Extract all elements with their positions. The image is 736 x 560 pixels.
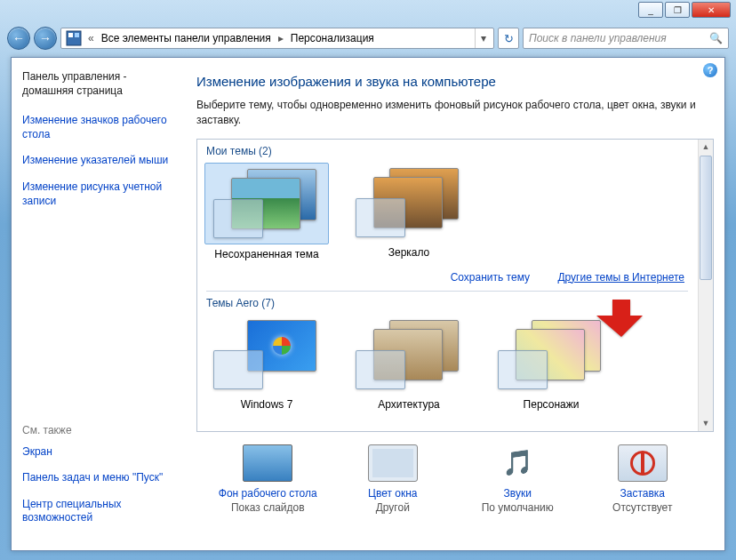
minimize-button[interactable]: _ <box>638 2 663 18</box>
theme-actions: Сохранить тему Другие темы в Интернете <box>197 268 697 291</box>
main-panel: ? Изменение изображения и звука на компь… <box>188 58 724 550</box>
page-title: Изменение изображения и звука на компьют… <box>196 74 714 89</box>
sidebar-link-mouse-pointers[interactable]: Изменение указателей мыши <box>22 154 177 168</box>
sidebar-see-also-label: См. также <box>22 424 177 436</box>
breadcrumb-prefix: « <box>84 32 98 44</box>
window-color-swatch <box>498 350 548 389</box>
page-desc: Выберите тему, чтобы одновременно измени… <box>196 98 714 128</box>
breadcrumb[interactable]: « Все элементы панели управления ▸ Персо… <box>60 28 494 49</box>
svg-rect-1 <box>68 33 73 37</box>
titlebar: _ ❐ ✕ <box>0 0 736 23</box>
sidebar-link-taskbar[interactable]: Панель задач и меню "Пуск" <box>22 471 177 485</box>
search-icon: 🔍 <box>709 32 723 44</box>
scroll-down-icon[interactable]: ▼ <box>699 416 713 431</box>
annotation-arrow-icon <box>596 296 646 342</box>
screensaver-button[interactable]: Заставка Отсутствует <box>580 444 705 514</box>
theme-windows7[interactable]: Windows 7 <box>204 315 329 411</box>
bottom-sub: Отсутствует <box>580 501 705 514</box>
window-color-swatch <box>356 350 405 389</box>
window-color-swatch <box>213 350 263 389</box>
breadcrumb-dropdown-icon[interactable]: ▾ <box>475 28 492 48</box>
maximize-button[interactable]: ❐ <box>665 2 690 18</box>
sounds-button[interactable]: 🎵 Звуки По умолчанию <box>455 444 580 514</box>
theme-characters[interactable]: Персонажи <box>489 315 613 411</box>
sidebar-link-account-picture[interactable]: Изменение рисунка учетной записи <box>22 180 177 208</box>
breadcrumb-all-items[interactable]: Все элементы панели управления <box>98 32 275 44</box>
control-panel-icon <box>66 30 82 46</box>
themes-listbox: Мои темы (2) Несохраненная тема <box>196 139 714 432</box>
wallpaper-icon <box>243 444 292 482</box>
bottom-title: Звуки <box>455 487 580 500</box>
theme-architecture[interactable]: Архитектура <box>347 315 471 411</box>
back-button[interactable]: ← <box>7 27 30 50</box>
sidebar: Панель управления - домашняя страница Из… <box>12 58 188 550</box>
window-color-swatch <box>213 199 263 238</box>
content-frame: Панель управления - домашняя страница Из… <box>11 57 725 551</box>
theme-label: Несохраненная тема <box>204 248 329 260</box>
sidebar-link-desktop-icons[interactable]: Изменение значков рабочего стола <box>22 114 177 141</box>
sidebar-home-link[interactable]: Панель управления - домашняя страница <box>22 70 177 98</box>
sidebar-link-ease-of-access[interactable]: Центр специальных возможностей <box>22 498 177 525</box>
window-color-button[interactable]: Цвет окна Другой <box>331 444 455 514</box>
close-button[interactable]: ✕ <box>692 2 731 18</box>
more-themes-link[interactable]: Другие темы в Интернете <box>557 271 684 284</box>
scroll-thumb[interactable] <box>700 156 712 280</box>
breadcrumb-personalization[interactable]: Персонализация <box>287 32 378 44</box>
help-icon[interactable]: ? <box>703 63 717 77</box>
bottom-sub: Другой <box>331 501 455 514</box>
bottom-sub: По умолчанию <box>455 501 580 514</box>
screensaver-icon <box>618 444 668 482</box>
window-buttons: _ ❐ ✕ <box>636 2 731 18</box>
forward-button[interactable]: → <box>34 27 57 50</box>
bottom-title: Фон рабочего стола <box>205 487 330 500</box>
theme-unsaved[interactable]: Несохраненная тема <box>204 163 329 260</box>
svg-rect-2 <box>75 33 79 37</box>
sidebar-link-display[interactable]: Экран <box>22 445 177 460</box>
bottom-sub: Показ слайдов <box>205 501 330 514</box>
scrollbar[interactable]: ▲ ▼ <box>698 140 713 431</box>
search-input[interactable]: Поиск в панели управления 🔍 <box>523 28 729 49</box>
theme-label: Windows 7 <box>204 398 329 411</box>
bottom-title: Цвет окна <box>331 487 455 500</box>
search-placeholder: Поиск в панели управления <box>529 32 667 44</box>
my-themes-row: Несохраненная тема Зеркало <box>197 159 697 268</box>
theme-label: Архитектура <box>347 398 471 411</box>
navbar: ← → « Все элементы панели управления ▸ П… <box>7 23 729 53</box>
theme-label: Зеркало <box>347 246 471 259</box>
window-color-swatch <box>356 198 405 237</box>
save-theme-link[interactable]: Сохранить тему <box>451 271 530 284</box>
breadcrumb-sep-icon: ▸ <box>275 32 287 44</box>
refresh-icon: ↻ <box>504 32 514 45</box>
theme-label: Персонажи <box>489 398 613 411</box>
window-color-icon <box>368 444 418 482</box>
sounds-icon: 🎵 <box>492 444 542 482</box>
theme-mirror[interactable]: Зеркало <box>347 163 471 260</box>
refresh-button[interactable]: ↻ <box>498 28 519 49</box>
scroll-up-icon[interactable]: ▲ <box>699 140 713 155</box>
bottom-title: Заставка <box>580 487 705 500</box>
bottom-bar: Фон рабочего стола Показ слайдов Цвет ок… <box>196 444 714 514</box>
group-my-themes: Мои темы (2) <box>197 140 697 159</box>
desktop-background-button[interactable]: Фон рабочего стола Показ слайдов <box>205 444 330 514</box>
